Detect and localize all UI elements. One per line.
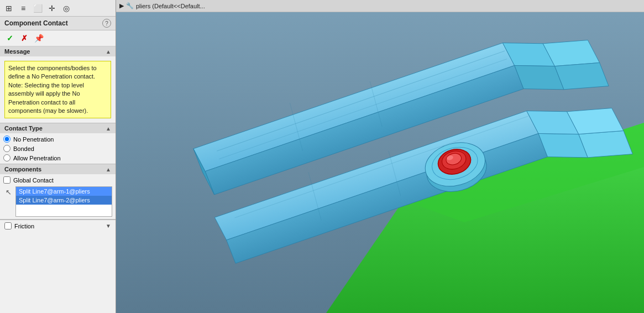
components-section: Components ▲ Global Contact ↖ Split Line… (0, 164, 116, 220)
global-contact-checkbox[interactable] (3, 176, 11, 184)
breadcrumb-text: pliers (Default<<Default... (136, 3, 205, 9)
help-button[interactable]: ? (102, 19, 111, 28)
components-section-title: Components (4, 166, 41, 173)
radio-no-penetration-input[interactable] (3, 135, 11, 143)
breadcrumb: ▶ 🔧 pliers (Default<<Default... (116, 0, 644, 12)
radio-no-penetration-label: No Penetration (13, 136, 54, 143)
left-panel: ⊞ ≡ ⬜ ✛ ◎ Component Contact ? ✓ ✗ 📌 Mess… (0, 0, 116, 313)
contact-type-chevron-icon: ▲ (106, 126, 111, 132)
action-buttons: ✓ ✗ 📌 (0, 30, 116, 46)
toolbar-icon-grid[interactable]: ⊞ (3, 2, 15, 14)
scene-svg (116, 12, 644, 313)
toolbar-icon-square[interactable]: ⬜ (32, 2, 44, 14)
top-toolbar: ⊞ ≡ ⬜ ✛ ◎ (0, 0, 116, 17)
message-section-header[interactable]: Message ▲ (0, 46, 116, 56)
radio-allow-penetration[interactable]: Allow Penetration (3, 154, 112, 161)
breadcrumb-arrow: ▶ (119, 2, 124, 9)
component-pointer-icon[interactable]: ↖ (3, 187, 13, 197)
components-content: Global Contact ↖ Split Line7@arm-1@plier… (0, 174, 116, 219)
message-section: Message ▲ Select the components/bodies t… (0, 46, 116, 123)
friction-chevron-icon: ▼ (106, 223, 111, 229)
accept-button[interactable]: ✓ (4, 33, 15, 44)
message-section-content: Select the components/bodies to define a… (0, 56, 116, 123)
list-item[interactable]: Split Line7@arm-2@pliers (16, 196, 112, 205)
radio-bonded-input[interactable] (3, 145, 11, 152)
toolbar-icon-circle[interactable]: ◎ (60, 2, 72, 14)
message-section-title: Message (4, 48, 30, 55)
radio-allow-penetration-input[interactable] (3, 154, 11, 161)
components-chevron-icon: ▲ (106, 166, 111, 173)
friction-section: Friction ▼ (0, 220, 116, 232)
contact-type-title: Contact Type (4, 125, 43, 132)
panel-header: Component Contact ? (0, 17, 116, 30)
contact-type-header[interactable]: Contact Type ▲ (0, 123, 116, 133)
radio-allow-penetration-label: Allow Penetration (13, 155, 61, 161)
contact-type-section: Contact Type ▲ No Penetration Bonded All… (0, 123, 116, 164)
toolbar-icon-plus[interactable]: ✛ (46, 2, 58, 14)
message-chevron-icon: ▲ (106, 49, 111, 55)
component-list-area: ↖ Split Line7@arm-1@pliers Split Line7@a… (3, 186, 112, 217)
components-section-header[interactable]: Components ▲ (0, 164, 116, 174)
friction-label: Friction (14, 223, 34, 229)
global-contact-label: Global Contact (13, 177, 54, 184)
toolbar-icon-list[interactable]: ≡ (17, 2, 29, 14)
friction-left: Friction (4, 222, 34, 229)
cancel-button[interactable]: ✗ (19, 33, 30, 44)
pin-button[interactable]: 📌 (33, 33, 44, 44)
main-area: ▶ 🔧 pliers (Default<<Default... (116, 0, 644, 313)
list-item[interactable]: Split Line7@arm-1@pliers (16, 187, 112, 196)
panel-title: Component Contact (4, 19, 68, 27)
friction-checkbox[interactable] (4, 222, 12, 229)
viewport[interactable] (116, 12, 644, 313)
radio-bonded[interactable]: Bonded (3, 145, 112, 152)
global-contact-row: Global Contact (3, 176, 112, 184)
contact-type-options: No Penetration Bonded Allow Penetration (0, 133, 116, 164)
radio-no-penetration[interactable]: No Penetration (3, 135, 112, 143)
component-listbox[interactable]: Split Line7@arm-1@pliers Split Line7@arm… (15, 186, 112, 217)
breadcrumb-icon: 🔧 (126, 2, 134, 9)
message-box: Select the components/bodies to define a… (4, 61, 111, 118)
radio-bonded-label: Bonded (13, 145, 34, 152)
